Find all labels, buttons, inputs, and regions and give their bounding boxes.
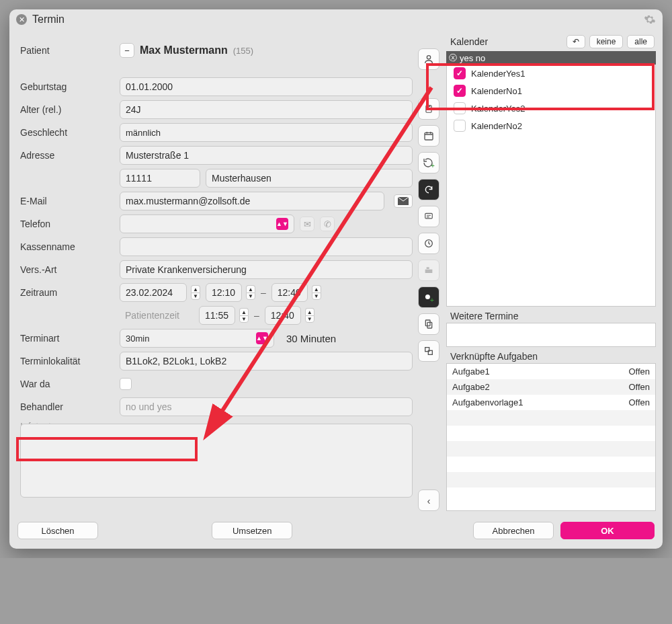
termin-window: ✕ Termin Patient − Max Mustermann (155) … (9, 9, 663, 549)
appt-kind-stepper[interactable]: ▲▼ (256, 332, 268, 344)
location-add-icon-button[interactable]: + (418, 286, 439, 308)
calendar-item[interactable]: KalenderYes2 (447, 100, 655, 117)
recurrence-icon-button[interactable]: + (418, 152, 439, 173)
practitioner-field[interactable]: no und yes (120, 397, 413, 416)
patient-icon-button[interactable] (418, 48, 439, 70)
patto-stepper[interactable]: ▲▼ (305, 308, 314, 323)
to-stepper[interactable]: ▲▼ (312, 285, 321, 300)
email-field[interactable]: max.mustermann@zollsoft.de (120, 192, 384, 210)
calendar-none-button[interactable]: keine (589, 35, 624, 48)
label-further-appointments: Weitere Termine (446, 307, 656, 323)
label-was-there: War da (20, 379, 114, 389)
task-row[interactable]: Aufgabe2Offen (447, 379, 655, 395)
task-row-empty (447, 488, 655, 503)
period-from[interactable]: 12:10 (206, 283, 242, 302)
patfrom-stepper[interactable]: ▲▼ (239, 308, 249, 323)
insurance-type-field[interactable]: Private Krankenversicherung (120, 260, 413, 279)
calendar-checkbox[interactable] (454, 102, 466, 114)
label-address: Adresse (20, 150, 114, 161)
svg-point-0 (427, 56, 430, 59)
age-field[interactable]: 24J (120, 100, 413, 119)
calendar-search-value: yes no (460, 53, 485, 63)
clipboard-icon-button[interactable] (418, 98, 439, 120)
phone-type-stepper[interactable]: ▲▼ (276, 218, 288, 230)
call-button[interactable]: ✆ (320, 217, 335, 231)
collapse-right-button[interactable]: ‹ (418, 490, 439, 511)
from-stepper[interactable]: ▲▼ (246, 285, 255, 300)
calendar-undo-button[interactable]: ↶ (566, 35, 585, 48)
calendar-item-label: KalenderYes2 (471, 104, 525, 114)
calendar-item[interactable]: KalenderNo2 (447, 117, 655, 134)
phone-field[interactable]: ▲▼ (120, 214, 294, 233)
task-row-empty (447, 410, 655, 426)
patient-time-from[interactable]: 11:55 (199, 306, 235, 325)
calendar-icon-button[interactable] (418, 125, 439, 147)
message-icon-button[interactable] (418, 206, 439, 227)
period-date[interactable]: 23.02.2024 (120, 283, 187, 302)
appointment-duration: 30 Minuten (286, 333, 336, 344)
task-status: Offen (628, 366, 650, 377)
svg-rect-2 (425, 132, 433, 140)
calendar-item-label: KalenderNo2 (471, 121, 522, 131)
copy-appointment-icon-button[interactable] (418, 313, 439, 335)
date-stepper[interactable]: ▲▼ (191, 285, 200, 300)
label-email: E-Mail (20, 196, 114, 206)
footer-buttons: Löschen Umsetzen Abbrechen OK (9, 511, 663, 549)
patient-id: (155) (233, 46, 253, 56)
task-row-empty (447, 472, 655, 488)
appointment-kind-select[interactable]: 30min ▲▼ (120, 329, 274, 348)
calendar-all-button[interactable]: alle (627, 35, 655, 48)
task-row[interactable]: Aufgabe1Offen (447, 364, 655, 379)
calendar-checkbox[interactable] (454, 85, 466, 97)
label-appointment-kind: Terminart (20, 333, 114, 344)
linked-tasks-panel: Aufgabe1OffenAufgabe2OffenAufgabenvorlag… (446, 363, 656, 511)
svg-point-7 (425, 295, 430, 299)
sms-button[interactable]: ✉ (300, 217, 314, 231)
window-close-button[interactable]: ✕ (16, 14, 27, 25)
task-status: Offen (628, 382, 650, 392)
duplicate-icon-button[interactable] (418, 340, 439, 362)
label-linked-tasks: Verknüpfte Aufgaben (446, 347, 656, 363)
gender-select[interactable]: männlich ⌄ (120, 123, 413, 142)
move-button[interactable]: Umsetzen (212, 522, 292, 539)
birthday-field[interactable]: 01.01.2000 (120, 77, 413, 96)
task-name: Aufgabe1 (452, 366, 490, 377)
task-row[interactable]: Aufgabenvorlage1Offen (447, 395, 655, 410)
refresh-icon-button[interactable] (418, 179, 439, 200)
calendar-checkbox[interactable] (454, 120, 466, 132)
task-name: Aufgabe2 (452, 382, 490, 392)
send-mail-button[interactable] (394, 194, 413, 208)
calendar-list: KalenderYes1KalenderNo1KalenderYes2Kalen… (446, 65, 656, 307)
label-birthday: Geburtstag (20, 81, 114, 92)
calendar-checkbox[interactable] (454, 67, 466, 79)
calendar-search-row[interactable]: ⓧ yes no (446, 51, 656, 65)
window-title: Termin (32, 13, 65, 26)
cancel-button[interactable]: Abbrechen (473, 522, 554, 539)
form-panel: Patient − Max Mustermann (155) Geburtsta… (15, 34, 415, 511)
cash-register-icon-button[interactable] (418, 260, 439, 281)
calendar-item[interactable]: KalenderYes1 (447, 65, 655, 82)
svg-rect-6 (427, 267, 429, 269)
period-to[interactable]: 12:40 (271, 283, 308, 302)
delete-button[interactable]: Löschen (17, 522, 98, 539)
infotext-textarea[interactable] (20, 424, 413, 498)
clear-search-icon[interactable]: ⓧ (449, 52, 457, 64)
right-panel: Kalender ↶ keine alle ⓧ yes no KalenderY… (442, 34, 657, 511)
calendar-item-label: KalenderYes1 (471, 69, 525, 79)
appointment-locality-field[interactable]: B1Lok2, B2Lok1, LokB2 (120, 352, 413, 370)
patient-time-to[interactable]: 12:40 (265, 306, 301, 325)
label-calendar: Kalender (450, 36, 562, 47)
zip-field[interactable]: 11111 (120, 169, 200, 188)
history-icon-button[interactable] (418, 233, 439, 254)
gear-icon[interactable] (644, 13, 656, 26)
action-icon-column: + + ‹ (415, 34, 442, 511)
task-status: Offen (628, 397, 650, 407)
remove-patient-button[interactable]: − (120, 43, 134, 58)
city-field[interactable]: Musterhausen (206, 169, 413, 188)
svg-rect-5 (425, 270, 433, 273)
insurance-name-field[interactable] (120, 237, 413, 256)
ok-button[interactable]: OK (560, 522, 655, 539)
street-field[interactable]: Musterstraße 1 (120, 146, 413, 165)
calendar-item[interactable]: KalenderNo1 (447, 82, 655, 100)
was-there-checkbox[interactable] (120, 378, 132, 390)
